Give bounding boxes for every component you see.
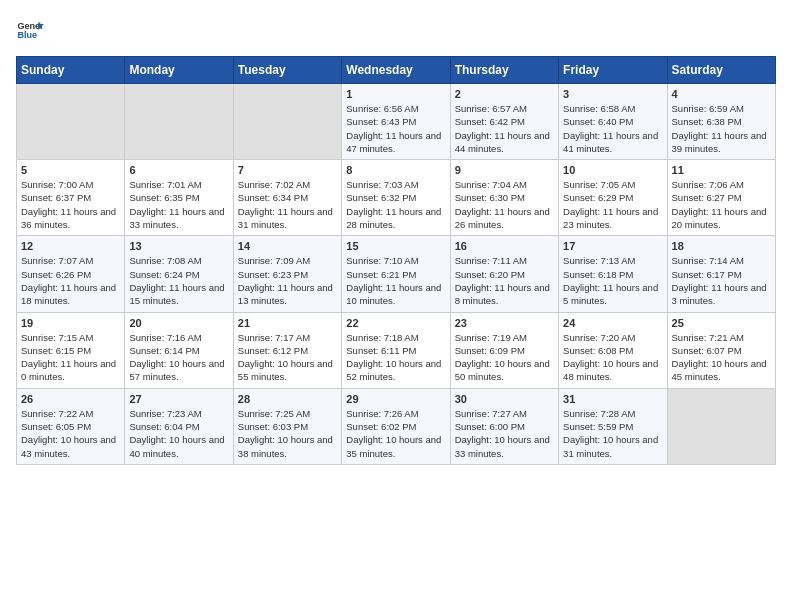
calendar-week-row: 19Sunrise: 7:15 AMSunset: 6:15 PMDayligh… [17, 312, 776, 388]
day-info: Sunrise: 6:56 AMSunset: 6:43 PMDaylight:… [346, 102, 445, 155]
calendar-cell: 14Sunrise: 7:09 AMSunset: 6:23 PMDayligh… [233, 236, 341, 312]
day-number: 28 [238, 393, 337, 405]
calendar-cell: 31Sunrise: 7:28 AMSunset: 5:59 PMDayligh… [559, 388, 667, 464]
day-info: Sunrise: 7:01 AMSunset: 6:35 PMDaylight:… [129, 178, 228, 231]
calendar-week-row: 12Sunrise: 7:07 AMSunset: 6:26 PMDayligh… [17, 236, 776, 312]
day-number: 15 [346, 240, 445, 252]
day-number: 7 [238, 164, 337, 176]
day-info: Sunrise: 6:59 AMSunset: 6:38 PMDaylight:… [672, 102, 771, 155]
weekday-header: Friday [559, 57, 667, 84]
calendar-cell [667, 388, 775, 464]
day-number: 12 [21, 240, 120, 252]
calendar-cell: 15Sunrise: 7:10 AMSunset: 6:21 PMDayligh… [342, 236, 450, 312]
logo: General Blue [16, 16, 44, 44]
calendar-cell: 25Sunrise: 7:21 AMSunset: 6:07 PMDayligh… [667, 312, 775, 388]
day-info: Sunrise: 7:03 AMSunset: 6:32 PMDaylight:… [346, 178, 445, 231]
calendar-cell: 18Sunrise: 7:14 AMSunset: 6:17 PMDayligh… [667, 236, 775, 312]
calendar-cell: 1Sunrise: 6:56 AMSunset: 6:43 PMDaylight… [342, 84, 450, 160]
day-number: 17 [563, 240, 662, 252]
calendar-cell: 17Sunrise: 7:13 AMSunset: 6:18 PMDayligh… [559, 236, 667, 312]
day-number: 4 [672, 88, 771, 100]
weekday-header: Wednesday [342, 57, 450, 84]
day-number: 6 [129, 164, 228, 176]
calendar-cell: 22Sunrise: 7:18 AMSunset: 6:11 PMDayligh… [342, 312, 450, 388]
calendar-cell: 21Sunrise: 7:17 AMSunset: 6:12 PMDayligh… [233, 312, 341, 388]
day-number: 2 [455, 88, 554, 100]
day-info: Sunrise: 7:05 AMSunset: 6:29 PMDaylight:… [563, 178, 662, 231]
day-info: Sunrise: 7:25 AMSunset: 6:03 PMDaylight:… [238, 407, 337, 460]
page-header: General Blue [16, 16, 776, 44]
day-info: Sunrise: 7:22 AMSunset: 6:05 PMDaylight:… [21, 407, 120, 460]
weekday-header: Sunday [17, 57, 125, 84]
day-number: 22 [346, 317, 445, 329]
weekday-header: Thursday [450, 57, 558, 84]
calendar-cell [233, 84, 341, 160]
day-info: Sunrise: 7:13 AMSunset: 6:18 PMDaylight:… [563, 254, 662, 307]
day-info: Sunrise: 7:17 AMSunset: 6:12 PMDaylight:… [238, 331, 337, 384]
day-info: Sunrise: 7:07 AMSunset: 6:26 PMDaylight:… [21, 254, 120, 307]
calendar-body: 1Sunrise: 6:56 AMSunset: 6:43 PMDaylight… [17, 84, 776, 465]
day-number: 8 [346, 164, 445, 176]
day-info: Sunrise: 7:18 AMSunset: 6:11 PMDaylight:… [346, 331, 445, 384]
day-number: 31 [563, 393, 662, 405]
day-info: Sunrise: 7:28 AMSunset: 5:59 PMDaylight:… [563, 407, 662, 460]
calendar-cell: 20Sunrise: 7:16 AMSunset: 6:14 PMDayligh… [125, 312, 233, 388]
day-info: Sunrise: 7:06 AMSunset: 6:27 PMDaylight:… [672, 178, 771, 231]
day-number: 5 [21, 164, 120, 176]
day-info: Sunrise: 7:21 AMSunset: 6:07 PMDaylight:… [672, 331, 771, 384]
calendar-cell: 24Sunrise: 7:20 AMSunset: 6:08 PMDayligh… [559, 312, 667, 388]
svg-text:Blue: Blue [17, 30, 37, 40]
day-number: 18 [672, 240, 771, 252]
day-number: 26 [21, 393, 120, 405]
day-info: Sunrise: 7:04 AMSunset: 6:30 PMDaylight:… [455, 178, 554, 231]
calendar-cell: 7Sunrise: 7:02 AMSunset: 6:34 PMDaylight… [233, 160, 341, 236]
day-number: 21 [238, 317, 337, 329]
calendar-cell: 30Sunrise: 7:27 AMSunset: 6:00 PMDayligh… [450, 388, 558, 464]
calendar-cell: 8Sunrise: 7:03 AMSunset: 6:32 PMDaylight… [342, 160, 450, 236]
calendar-cell: 28Sunrise: 7:25 AMSunset: 6:03 PMDayligh… [233, 388, 341, 464]
calendar-cell: 29Sunrise: 7:26 AMSunset: 6:02 PMDayligh… [342, 388, 450, 464]
weekday-header: Tuesday [233, 57, 341, 84]
calendar-cell: 27Sunrise: 7:23 AMSunset: 6:04 PMDayligh… [125, 388, 233, 464]
day-number: 11 [672, 164, 771, 176]
day-number: 25 [672, 317, 771, 329]
calendar-cell [125, 84, 233, 160]
day-number: 10 [563, 164, 662, 176]
day-info: Sunrise: 7:08 AMSunset: 6:24 PMDaylight:… [129, 254, 228, 307]
day-info: Sunrise: 7:19 AMSunset: 6:09 PMDaylight:… [455, 331, 554, 384]
day-info: Sunrise: 7:09 AMSunset: 6:23 PMDaylight:… [238, 254, 337, 307]
calendar-cell: 12Sunrise: 7:07 AMSunset: 6:26 PMDayligh… [17, 236, 125, 312]
calendar-cell: 9Sunrise: 7:04 AMSunset: 6:30 PMDaylight… [450, 160, 558, 236]
day-number: 1 [346, 88, 445, 100]
calendar-cell: 3Sunrise: 6:58 AMSunset: 6:40 PMDaylight… [559, 84, 667, 160]
day-info: Sunrise: 7:00 AMSunset: 6:37 PMDaylight:… [21, 178, 120, 231]
calendar-header: SundayMondayTuesdayWednesdayThursdayFrid… [17, 57, 776, 84]
weekday-header: Saturday [667, 57, 775, 84]
day-info: Sunrise: 7:27 AMSunset: 6:00 PMDaylight:… [455, 407, 554, 460]
day-info: Sunrise: 7:16 AMSunset: 6:14 PMDaylight:… [129, 331, 228, 384]
day-number: 13 [129, 240, 228, 252]
calendar-cell: 4Sunrise: 6:59 AMSunset: 6:38 PMDaylight… [667, 84, 775, 160]
day-info: Sunrise: 7:26 AMSunset: 6:02 PMDaylight:… [346, 407, 445, 460]
day-number: 27 [129, 393, 228, 405]
calendar-week-row: 5Sunrise: 7:00 AMSunset: 6:37 PMDaylight… [17, 160, 776, 236]
day-info: Sunrise: 7:11 AMSunset: 6:20 PMDaylight:… [455, 254, 554, 307]
calendar-table: SundayMondayTuesdayWednesdayThursdayFrid… [16, 56, 776, 465]
day-number: 19 [21, 317, 120, 329]
day-number: 16 [455, 240, 554, 252]
day-number: 23 [455, 317, 554, 329]
calendar-cell [17, 84, 125, 160]
calendar-cell: 13Sunrise: 7:08 AMSunset: 6:24 PMDayligh… [125, 236, 233, 312]
day-number: 24 [563, 317, 662, 329]
header-row: SundayMondayTuesdayWednesdayThursdayFrid… [17, 57, 776, 84]
calendar-cell: 16Sunrise: 7:11 AMSunset: 6:20 PMDayligh… [450, 236, 558, 312]
weekday-header: Monday [125, 57, 233, 84]
day-number: 3 [563, 88, 662, 100]
calendar-cell: 10Sunrise: 7:05 AMSunset: 6:29 PMDayligh… [559, 160, 667, 236]
day-info: Sunrise: 6:58 AMSunset: 6:40 PMDaylight:… [563, 102, 662, 155]
calendar-cell: 19Sunrise: 7:15 AMSunset: 6:15 PMDayligh… [17, 312, 125, 388]
day-number: 9 [455, 164, 554, 176]
day-number: 30 [455, 393, 554, 405]
day-info: Sunrise: 7:15 AMSunset: 6:15 PMDaylight:… [21, 331, 120, 384]
day-info: Sunrise: 7:23 AMSunset: 6:04 PMDaylight:… [129, 407, 228, 460]
